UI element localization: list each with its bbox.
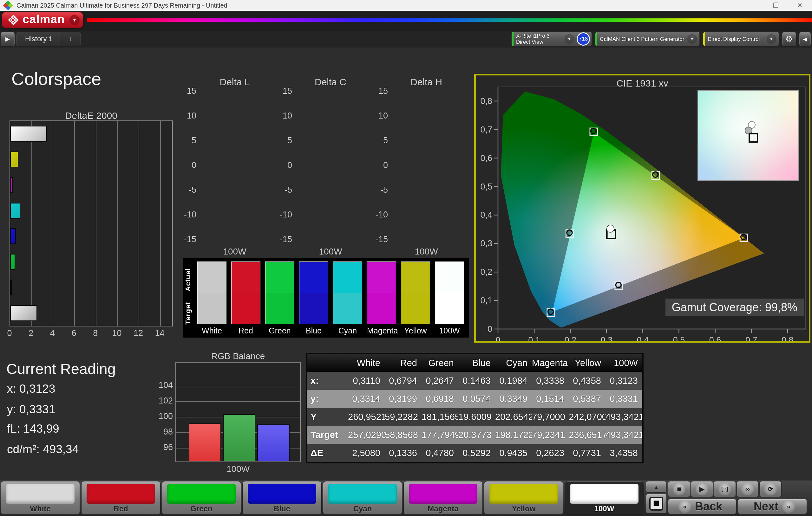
pattern-button-blue[interactable]: Blue xyxy=(242,481,322,515)
logo-dropdown-arrow-icon: ▼ xyxy=(69,15,80,25)
target-row-label: Target xyxy=(184,296,195,331)
pattern-button-label: White xyxy=(1,504,80,513)
transport-stop-button[interactable]: ■ xyxy=(668,481,690,497)
expand-nav-button[interactable]: ▶ xyxy=(1,32,14,46)
table-header-cell: Red xyxy=(385,354,422,372)
pattern-button-label: Blue xyxy=(243,504,321,513)
up-arrow-icon: ▲ xyxy=(654,484,659,490)
swatch-label: 100W xyxy=(435,326,464,335)
transport-step-button[interactable]: [··] xyxy=(714,481,736,497)
pattern-button-red[interactable]: Red xyxy=(81,481,161,515)
table-header-cell: Magenta xyxy=(532,354,569,372)
table-cell: 79,7000 xyxy=(532,408,569,426)
reading-x: x: 0,3123 xyxy=(7,382,55,396)
tab-history-1[interactable]: History 1 xyxy=(17,32,61,46)
table-cell: 0,9435 xyxy=(495,444,532,462)
add-tab-button[interactable]: + xyxy=(61,32,81,46)
transport-refresh-button[interactable]: ⟳ xyxy=(759,481,782,497)
table-row: ΔE 20002,50800,13360,47800,52920,94350,2… xyxy=(307,444,642,462)
meter-dropdown[interactable]: X-Rite i1Pro 3Direct View ▼ 718 xyxy=(511,32,592,46)
table-cell: 0,1463 xyxy=(458,372,495,390)
cie-x-tick-label: 0,6 xyxy=(709,335,721,343)
pattern-button-white[interactable]: White xyxy=(1,481,80,515)
close-button[interactable]: ✕ xyxy=(788,0,812,11)
delta-y-tick-label: -10 xyxy=(274,210,292,220)
calman-logo-icon xyxy=(7,13,21,27)
table-header-cell: 100W xyxy=(606,354,642,372)
rgb-y-tick-label: 100 xyxy=(155,412,173,421)
pattern-swatch xyxy=(6,484,75,504)
restore-button[interactable]: ❐ xyxy=(764,0,788,11)
gamut-coverage: Gamut Coverage: 99,8% xyxy=(665,299,804,316)
delta-y-tick-label: 5 xyxy=(179,135,196,146)
back-button[interactable]: « Back xyxy=(668,499,736,514)
rgb-y-tick-label: 104 xyxy=(155,381,173,390)
table-header-cell: Cyan xyxy=(495,354,532,372)
deltae-bar-yellow xyxy=(10,152,19,168)
swatch-target xyxy=(232,293,260,324)
pattern-button-label: Red xyxy=(82,504,160,513)
calman-menu-button[interactable]: calman ▼ xyxy=(2,12,83,28)
deltae-x-tick-label: 10 xyxy=(107,328,126,338)
pattern-button-100w[interactable]: 100W xyxy=(564,481,644,515)
swatch-white xyxy=(197,262,227,324)
refresh-icon: ⟳ xyxy=(764,483,777,495)
swatch-label: White xyxy=(197,326,227,335)
swatch-target xyxy=(435,293,464,324)
pattern-button-bar: WhiteRedGreenBlueCyanMagentaYellow100W ▲… xyxy=(0,481,812,516)
pattern-window-button[interactable]: ■ xyxy=(646,494,667,513)
delta-y-tick-label: 0 xyxy=(179,160,196,170)
minimize-button[interactable]: – xyxy=(740,0,764,11)
delta-y-tick-label: 10 xyxy=(274,111,292,121)
stop-icon: ■ xyxy=(673,483,686,495)
deltae-bar-blue xyxy=(10,228,16,244)
pattern-swatch xyxy=(328,484,397,504)
swatch-red xyxy=(231,262,260,324)
table-cell: 257,0290 xyxy=(348,426,385,444)
swatch-actual xyxy=(367,262,396,293)
swatch-label: Magenta xyxy=(367,326,396,335)
pattern-button-magenta[interactable]: Magenta xyxy=(403,481,483,515)
swatch-target xyxy=(367,293,396,324)
cie-y-tick-label: 0,8 xyxy=(480,96,492,106)
deltae-x-tick-label: 12 xyxy=(129,328,148,338)
table-row: y: CIE310,33140,31990,69180,05740,33490,… xyxy=(307,390,642,408)
table-cell: 0,7731 xyxy=(569,444,606,462)
cie-1931-panel[interactable]: CIE 1931 xy xyxy=(474,74,810,343)
panel-up-button[interactable]: ▲ xyxy=(646,481,667,492)
chevron-left-icon: ◀ xyxy=(803,36,807,42)
delta-chart-title: Delta H xyxy=(390,77,462,88)
calman-app-icon xyxy=(4,1,12,9)
table-row-label: Y xyxy=(307,408,348,426)
settings-button[interactable]: ⚙ xyxy=(782,32,796,46)
table-cell: 20,3773 xyxy=(458,426,495,444)
pattern-button-label: Yellow xyxy=(484,504,563,513)
pattern-button-yellow[interactable]: Yellow xyxy=(484,481,563,515)
rgb-y-tick-label: 98 xyxy=(155,427,173,437)
table-row: x: CIE310,31100,67940,26470,14630,19840,… xyxy=(307,372,642,390)
table-header-cell xyxy=(307,354,348,372)
next-button[interactable]: Next » xyxy=(738,499,807,514)
pattern-generator-dropdown[interactable]: CalMAN Client 3 Pattern Generator ▼ xyxy=(595,32,700,46)
transport-play-button[interactable]: ▶ xyxy=(691,481,713,497)
rgb-bar-red xyxy=(189,423,221,461)
swatch-yellow xyxy=(401,262,430,324)
actual-row-label: Actual xyxy=(184,262,195,297)
deltae-chart xyxy=(9,120,173,327)
swatch-target xyxy=(401,293,430,324)
cie-x-tick-label: 0 xyxy=(495,335,500,343)
deltae-x-tick-label: 0 xyxy=(0,328,19,338)
swatch-label: Cyan xyxy=(333,326,362,335)
play-icon: ▶ xyxy=(696,483,708,495)
collapse-panel-button[interactable]: ◀ xyxy=(799,32,811,46)
transport-continuous-button[interactable]: ∞ xyxy=(736,481,759,497)
pattern-swatch xyxy=(489,484,558,504)
delta-y-tick-label: -15 xyxy=(179,235,196,244)
table-cell: 59,2282 xyxy=(385,408,422,426)
table-cell: 19,6009 xyxy=(458,408,495,426)
pattern-button-cyan[interactable]: Cyan xyxy=(323,481,402,515)
pattern-button-green[interactable]: Green xyxy=(162,481,241,515)
pattern-swatch xyxy=(167,484,236,504)
reading-y: y: 0,3331 xyxy=(7,403,55,416)
display-control-dropdown[interactable]: Direct Display Control ▼ xyxy=(703,32,779,46)
